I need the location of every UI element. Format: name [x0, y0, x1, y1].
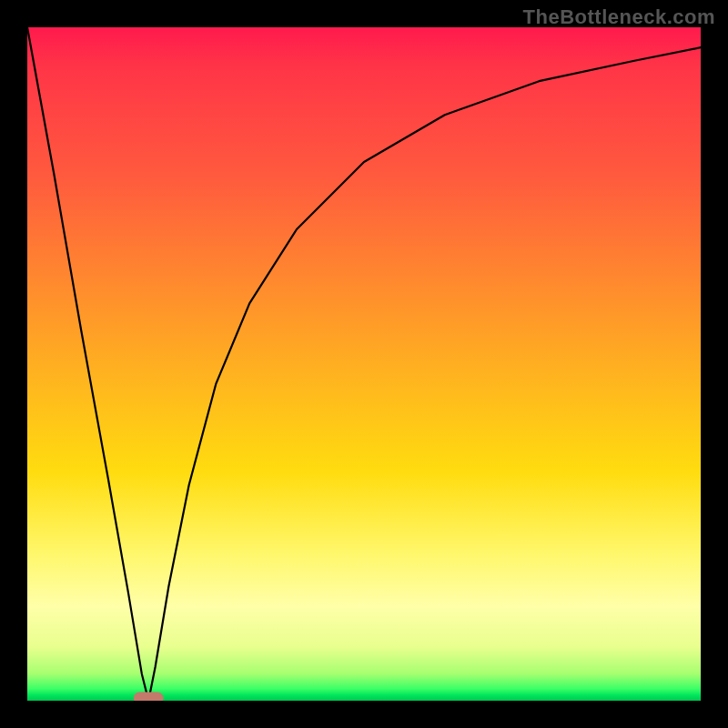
curve-layer [27, 27, 701, 701]
bottleneck-curve [27, 27, 701, 701]
plot-area [27, 27, 701, 701]
chart-root: TheBottleneck.com [0, 0, 728, 728]
optimal-marker [134, 693, 163, 701]
watermark-label: TheBottleneck.com [523, 5, 715, 29]
